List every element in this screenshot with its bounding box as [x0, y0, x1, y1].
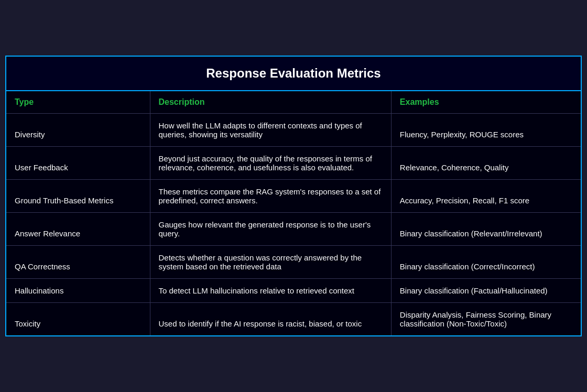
table-row: DiversityHow well the LLM adapts to diff… [6, 114, 581, 147]
table-row: QA CorrectnessDetects whether a question… [6, 246, 581, 279]
cell-examples: Disparity Analysis, Fairness Scoring, Bi… [391, 303, 581, 336]
cell-description: Detects whether a question was correctly… [150, 246, 391, 279]
cell-examples: Binary classification (Relevant/Irreleva… [391, 213, 581, 246]
cell-description: How well the LLM adapts to different con… [150, 114, 391, 147]
cell-type: Diversity [6, 114, 150, 147]
cell-type: Hallucinations [6, 279, 150, 303]
cell-type: QA Correctness [6, 246, 150, 279]
table-title: Response Evaluation Metrics [6, 57, 581, 91]
cell-description: To detect LLM hallucinations relative to… [150, 279, 391, 303]
table-row: Answer RelevanceGauges how relevant the … [6, 213, 581, 246]
table-row: ToxicityUsed to identify if the AI respo… [6, 303, 581, 336]
cell-type: Answer Relevance [6, 213, 150, 246]
main-container: Response Evaluation Metrics Type Descrip… [5, 56, 582, 336]
table-row: HallucinationsTo detect LLM hallucinatio… [6, 279, 581, 303]
cell-examples: Relevance, Coherence, Quality [391, 147, 581, 180]
table-row: User FeedbackBeyond just accuracy, the q… [6, 147, 581, 180]
cell-examples: Binary classification (Factual/Hallucina… [391, 279, 581, 303]
cell-description: Beyond just accuracy, the quality of the… [150, 147, 391, 180]
cell-description: These metrics compare the RAG system's r… [150, 180, 391, 213]
header-description: Description [150, 91, 391, 114]
cell-examples: Binary classification (Correct/Incorrect… [391, 246, 581, 279]
cell-examples: Accuracy, Precision, Recall, F1 score [391, 180, 581, 213]
cell-examples: Fluency, Perplexity, ROUGE scores [391, 114, 581, 147]
cell-description: Used to identify if the AI response is r… [150, 303, 391, 336]
cell-type: Toxicity [6, 303, 150, 336]
cell-type: User Feedback [6, 147, 150, 180]
table-header-row: Type Description Examples [6, 91, 581, 114]
table-body: DiversityHow well the LLM adapts to diff… [6, 114, 581, 336]
cell-description: Gauges how relevant the generated respon… [150, 213, 391, 246]
header-type: Type [6, 91, 150, 114]
cell-type: Ground Truth-Based Metrics [6, 180, 150, 213]
table-row: Ground Truth-Based MetricsThese metrics … [6, 180, 581, 213]
header-examples: Examples [391, 91, 581, 114]
metrics-table: Type Description Examples DiversityHow w… [6, 91, 581, 335]
